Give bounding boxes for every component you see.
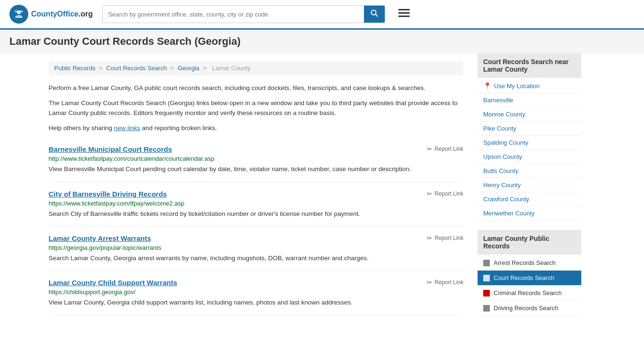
- nearby-link[interactable]: Crawford County: [478, 192, 581, 206]
- sidebar-public-records-header: Lamar County Public Records: [478, 230, 581, 255]
- svg-point-2: [21, 10, 23, 13]
- menu-item-link[interactable]: Arrest Records Search: [494, 259, 556, 266]
- result-header: Lamar County Arrest Warrants ✂ Report Li…: [49, 234, 463, 242]
- result-card: Lamar County Arrest Warrants ✂ Report Li…: [49, 227, 463, 271]
- result-desc: View Lamar County, Georgia child support…: [49, 298, 463, 307]
- result-title-link[interactable]: Lamar County Arrest Warrants: [49, 234, 151, 242]
- menu-item-link[interactable]: Court Records Search: [494, 274, 554, 281]
- breadcrumb-current: Lamar County: [212, 65, 251, 72]
- result-desc: Search City of Barnesville traffic ticke…: [49, 209, 463, 219]
- sidebar: Court Records Search near Lamar County 📍…: [473, 53, 581, 333]
- report-icon: ✂: [427, 279, 432, 286]
- use-my-location-link[interactable]: 📍 Use My Location: [478, 79, 581, 93]
- menu-icon: [483, 290, 490, 296]
- report-label: Report Link: [435, 235, 463, 241]
- header: CountyOffice.org: [0, 0, 644, 30]
- sidebar-public-records-section: Lamar County Public Records Arrest Recor…: [478, 230, 581, 316]
- sidebar-menu-item[interactable]: Arrest Records Search: [478, 255, 581, 271]
- result-card: Lamar County Child Support Warrants ✂ Re…: [49, 271, 463, 315]
- report-link[interactable]: ✂ Report Link: [427, 190, 463, 197]
- description-para2: The Lamar County Court Records Search (G…: [49, 98, 463, 118]
- breadcrumb-link-georgia[interactable]: Georgia: [178, 65, 199, 72]
- sidebar-menu-item[interactable]: Driving Records Search: [478, 301, 581, 316]
- result-url[interactable]: http://www.ticketfastpay.com/courtcalend…: [49, 155, 463, 162]
- report-label: Report Link: [435, 279, 463, 286]
- sidebar-nearby-section: Court Records Search near Lamar County 📍…: [478, 53, 581, 221]
- nearby-link[interactable]: Butts County: [478, 164, 581, 178]
- menu-item-link[interactable]: Driving Records Search: [494, 304, 558, 312]
- breadcrumb-link-public-records[interactable]: Public Records: [54, 65, 95, 72]
- result-url[interactable]: https://www.ticketfastpay.com/tfpay/welc…: [49, 200, 463, 207]
- result-title-link[interactable]: Barnesville Municipal Court Records: [49, 145, 172, 153]
- page-title-bar: Lamar County Court Records Search (Georg…: [0, 30, 644, 53]
- breadcrumb: Public Records > Court Records Search > …: [49, 61, 463, 75]
- nearby-link[interactable]: Spalding County: [478, 136, 581, 150]
- result-card: City of Barnesville Driving Records ✂ Re…: [49, 182, 463, 227]
- main-layout: Public Records > Court Records Search > …: [39, 53, 605, 333]
- nearby-link[interactable]: Barnesville: [478, 93, 581, 107]
- svg-rect-6: [398, 12, 410, 14]
- nearby-link[interactable]: Meriwether County: [478, 206, 581, 221]
- menu-icon: [483, 305, 490, 312]
- result-title-link[interactable]: Lamar County Child Support Warrants: [49, 279, 177, 287]
- nearby-link[interactable]: Henry County: [478, 178, 581, 192]
- report-icon: ✂: [427, 234, 432, 242]
- report-label: Report Link: [435, 190, 463, 197]
- result-url[interactable]: https://childsupport.georgia.gov/: [49, 288, 463, 296]
- sidebar-nearby-header: Court Records Search near Lamar County: [478, 53, 581, 78]
- search-button[interactable]: [364, 6, 385, 23]
- content-area: Public Records > Court Records Search > …: [39, 53, 473, 333]
- result-desc: View Barnesville Municipal Court pending…: [49, 165, 463, 174]
- results-container: Barnesville Municipal Court Records ✂ Re…: [49, 138, 463, 315]
- report-link[interactable]: ✂ Report Link: [427, 145, 463, 153]
- svg-point-0: [17, 10, 21, 14]
- sidebar-menu-item[interactable]: Criminal Records Search: [478, 286, 581, 301]
- logo-icon: [9, 5, 28, 24]
- report-link[interactable]: ✂ Report Link: [427, 234, 463, 242]
- location-icon: 📍: [483, 82, 491, 90]
- nearby-link[interactable]: Monroe County: [478, 107, 581, 122]
- result-title-link[interactable]: City of Barnesville Driving Records: [49, 190, 167, 198]
- nearby-link[interactable]: Pike County: [478, 122, 581, 136]
- report-icon: ✂: [427, 190, 432, 197]
- menu-item-link[interactable]: Criminal Records Search: [494, 289, 562, 296]
- nearby-links-container: BarnesvilleMonroe CountyPike CountySpald…: [478, 93, 581, 221]
- breadcrumb-link-court-records[interactable]: Court Records Search: [106, 65, 167, 72]
- sidebar-menu-item[interactable]: Court Records Search: [478, 271, 581, 286]
- logo-link[interactable]: CountyOffice.org: [9, 5, 93, 24]
- svg-rect-7: [398, 16, 410, 17]
- logo-text: CountyOffice.org: [31, 10, 93, 18]
- svg-point-1: [15, 10, 17, 13]
- search-input[interactable]: [103, 6, 364, 23]
- menu-icon: [483, 275, 490, 281]
- result-header: Lamar County Child Support Warrants ✂ Re…: [49, 279, 463, 287]
- result-header: City of Barnesville Driving Records ✂ Re…: [49, 190, 463, 198]
- public-records-menu: Arrest Records Search Court Records Sear…: [478, 255, 581, 316]
- menu-icon: [483, 260, 490, 266]
- new-links-link[interactable]: new links: [114, 124, 140, 132]
- svg-point-3: [371, 10, 376, 15]
- report-link[interactable]: ✂ Report Link: [427, 279, 463, 286]
- description-para3: Help others by sharing new links and rep…: [49, 123, 463, 133]
- result-header: Barnesville Municipal Court Records ✂ Re…: [49, 145, 463, 153]
- result-card: Barnesville Municipal Court Records ✂ Re…: [49, 138, 463, 182]
- report-label: Report Link: [435, 146, 463, 152]
- report-icon: ✂: [427, 145, 432, 153]
- description-para1: Perform a free Lamar County, GA public c…: [49, 83, 463, 93]
- result-url[interactable]: https://georgia.gov/popular-topic/warran…: [49, 244, 463, 251]
- svg-line-4: [375, 15, 378, 17]
- result-desc: Search Lamar County, Georgia arrest warr…: [49, 254, 463, 263]
- page-title: Lamar County Court Records Search (Georg…: [9, 35, 635, 48]
- search-bar: [102, 5, 385, 23]
- nearby-link[interactable]: Upson County: [478, 150, 581, 164]
- svg-rect-5: [398, 9, 410, 10]
- menu-button[interactable]: [395, 6, 413, 22]
